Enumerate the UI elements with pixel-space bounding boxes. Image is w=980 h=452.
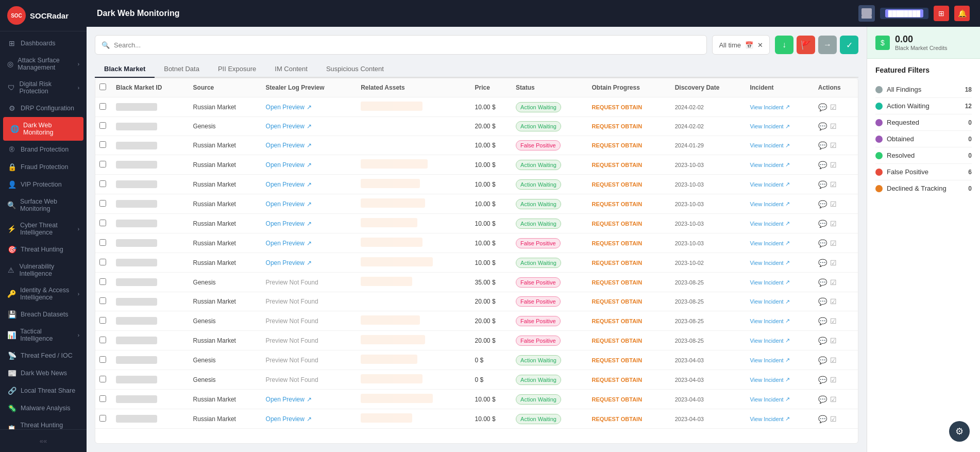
clear-time-icon[interactable]: ✕ [757, 41, 763, 49]
comment-icon[interactable]: 💬 [818, 415, 827, 423]
filter-item-obtained[interactable]: Obtained 0 [875, 131, 972, 147]
comment-icon[interactable]: 💬 [818, 395, 827, 404]
tab-black-market[interactable]: Black Market [95, 61, 155, 78]
sidebar-item-tactical-intel[interactable]: 📊 Tactical Intelligence › [0, 323, 87, 347]
tab-botnet-data[interactable]: Botnet Data [155, 61, 209, 78]
sidebar-item-threat-hunting[interactable]: 🎯 Threat Hunting [0, 241, 87, 258]
request-obtain-button[interactable]: REQUEST OBTAIN [592, 279, 643, 286]
notifications-button[interactable]: 🔔 [954, 6, 970, 21]
row-checkbox[interactable] [99, 376, 106, 382]
comment-icon[interactable]: 💬 [818, 161, 827, 169]
row-checkbox[interactable] [99, 180, 106, 187]
view-incident-link[interactable]: View Incident ↗ [750, 240, 809, 246]
filter-item-declined-tracking[interactable]: Declined & Tracking 0 [875, 180, 972, 196]
sidebar-item-threat-feed[interactable]: 📡 Threat Feed / IOC [0, 347, 87, 364]
request-obtain-button[interactable]: REQUEST OBTAIN [592, 201, 643, 207]
sidebar-item-attack-surface[interactable]: ◎ Attack Surface Management › [0, 52, 87, 76]
request-obtain-button[interactable]: REQUEST OBTAIN [592, 318, 643, 324]
sidebar-item-brand-protection[interactable]: ® Brand Protection [0, 141, 87, 158]
view-incident-link[interactable]: View Incident ↗ [750, 337, 809, 344]
row-checkbox[interactable] [99, 278, 106, 285]
open-preview-link[interactable]: Open Preview ↗ [266, 161, 353, 169]
open-preview-link[interactable]: Open Preview ↗ [266, 104, 353, 111]
view-incident-link[interactable]: View Incident ↗ [750, 298, 809, 305]
view-incident-link[interactable]: View Incident ↗ [750, 123, 809, 130]
filter-item-all-findings[interactable]: All Findings 18 [875, 81, 972, 98]
row-checkbox[interactable] [99, 141, 106, 148]
view-incident-link[interactable]: View Incident ↗ [750, 415, 809, 422]
open-preview-link[interactable]: Open Preview ↗ [266, 220, 353, 227]
row-checkbox[interactable] [99, 415, 106, 422]
open-preview-link[interactable]: Open Preview ↗ [266, 123, 353, 130]
view-incident-link[interactable]: View Incident ↗ [750, 142, 809, 149]
request-obtain-button[interactable]: REQUEST OBTAIN [592, 338, 643, 344]
row-checkbox[interactable] [99, 395, 106, 402]
filter-item-action-waiting[interactable]: Action Waiting 12 [875, 98, 972, 114]
row-checkbox[interactable] [99, 161, 106, 168]
sidebar-item-identity-access[interactable]: 🔑 Identity & Access Intelligence › [0, 282, 87, 306]
sidebar-item-malware-analysis[interactable]: 🦠 Malware Analysis [0, 399, 87, 417]
comment-icon[interactable]: 💬 [818, 103, 827, 111]
row-checkbox[interactable] [99, 337, 106, 343]
assign-icon[interactable]: ☑ [830, 103, 837, 111]
row-checkbox[interactable] [99, 239, 106, 246]
filter-item-requested[interactable]: Requested 0 [875, 114, 972, 131]
sidebar-item-threat-hunting-rules[interactable]: 📋 Threat Hunting Rules [0, 417, 87, 429]
sidebar-item-dashboards[interactable]: ⊞ Dashboards [0, 35, 87, 52]
assign-icon[interactable]: ☑ [830, 180, 837, 189]
filter-red-button[interactable]: 🚩 [797, 36, 815, 54]
row-checkbox[interactable] [99, 356, 106, 363]
comment-icon[interactable]: 💬 [818, 278, 827, 287]
assign-icon[interactable]: ☑ [830, 239, 837, 247]
row-checkbox[interactable] [99, 297, 106, 304]
assign-icon[interactable]: ☑ [830, 278, 837, 287]
request-obtain-button[interactable]: REQUEST OBTAIN [592, 416, 643, 422]
view-incident-link[interactable]: View Incident ↗ [750, 259, 809, 266]
search-input-wrap[interactable]: 🔍 [95, 35, 707, 55]
assign-icon[interactable]: ☑ [830, 161, 837, 169]
comment-icon[interactable]: 💬 [818, 239, 827, 247]
request-obtain-button[interactable]: REQUEST OBTAIN [592, 162, 643, 168]
view-incident-link[interactable]: View Incident ↗ [750, 357, 809, 363]
assign-icon[interactable]: ☑ [830, 376, 837, 384]
filter-item-resolved[interactable]: Resolved 0 [875, 147, 972, 164]
comment-icon[interactable]: 💬 [818, 356, 827, 364]
row-checkbox[interactable] [99, 259, 106, 265]
sidebar-item-dark-web[interactable]: 🌐 Dark Web Monitoring [3, 117, 83, 141]
sidebar-item-vulnerability[interactable]: ⚠ Vulnerability Intelligence [0, 258, 87, 282]
filter-gray-button[interactable]: → [818, 36, 837, 54]
request-obtain-button[interactable]: REQUEST OBTAIN [592, 104, 643, 110]
request-obtain-button[interactable]: REQUEST OBTAIN [592, 181, 643, 188]
open-preview-link[interactable]: Open Preview ↗ [266, 396, 353, 403]
filter-item-false-positive[interactable]: False Positive 6 [875, 164, 972, 180]
view-incident-link[interactable]: View Incident ↗ [750, 396, 809, 403]
filter-green-button[interactable]: ↓ [775, 36, 793, 54]
view-incident-link[interactable]: View Incident ↗ [750, 376, 809, 383]
sidebar-item-surface-web[interactable]: 🔍 Surface Web Monitoring [0, 193, 87, 217]
open-preview-link[interactable]: Open Preview ↗ [266, 259, 353, 266]
view-incident-link[interactable]: View Incident ↗ [750, 200, 809, 207]
assign-icon[interactable]: ☑ [830, 356, 837, 364]
view-incident-link[interactable]: View Incident ↗ [750, 279, 809, 286]
assign-icon[interactable]: ☑ [830, 415, 837, 423]
sidebar-item-local-threat[interactable]: 🔗 Local Threat Share [0, 382, 87, 399]
request-obtain-button[interactable]: REQUEST OBTAIN [592, 142, 643, 148]
assign-icon[interactable]: ☑ [830, 317, 837, 325]
comment-icon[interactable]: 💬 [818, 259, 827, 267]
sidebar-item-breach-datasets[interactable]: 💾 Breach Datasets [0, 306, 87, 323]
comment-icon[interactable]: 💬 [818, 200, 827, 208]
request-obtain-button[interactable]: REQUEST OBTAIN [592, 396, 643, 403]
time-filter[interactable]: All time 📅 ✕ [712, 35, 770, 55]
open-preview-link[interactable]: Open Preview ↗ [266, 200, 353, 208]
search-input[interactable] [114, 41, 700, 49]
view-incident-link[interactable]: View Incident ↗ [750, 220, 809, 227]
sidebar-item-drp-config[interactable]: ⚙ DRP Configuration [0, 99, 87, 117]
select-all-checkbox[interactable] [99, 83, 106, 90]
request-obtain-button[interactable]: REQUEST OBTAIN [592, 221, 643, 227]
assign-icon[interactable]: ☑ [830, 395, 837, 404]
open-preview-link[interactable]: Open Preview ↗ [266, 240, 353, 247]
comment-icon[interactable]: 💬 [818, 337, 827, 345]
collapse-button[interactable]: «« [7, 434, 79, 448]
row-checkbox[interactable] [99, 220, 106, 226]
comment-icon[interactable]: 💬 [818, 376, 827, 384]
